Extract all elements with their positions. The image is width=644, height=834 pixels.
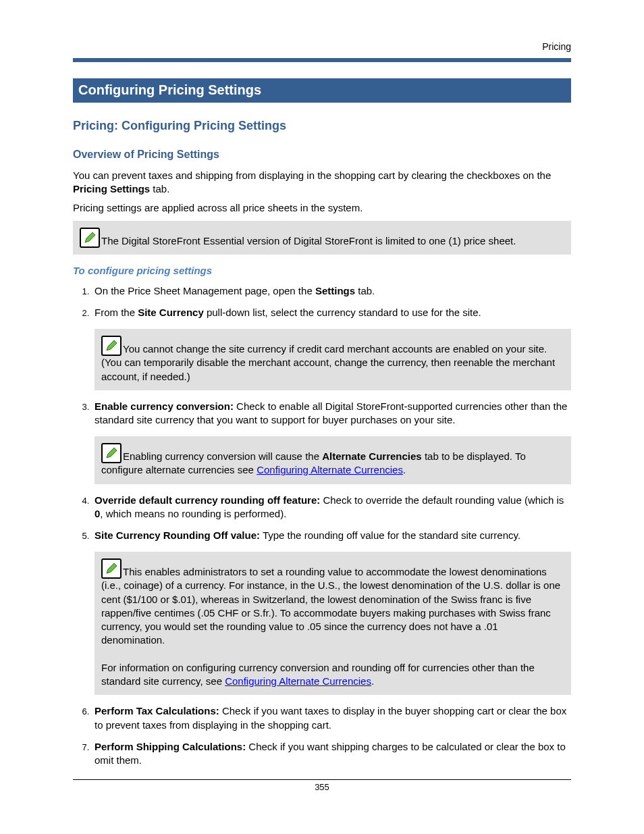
note-text: You cannot change the site currency if c…	[101, 343, 555, 382]
bold-rounding-off-value: Site Currency Rounding Off value:	[95, 529, 260, 541]
bold-alternate-currencies: Alternate Currencies	[322, 450, 422, 462]
step-7: Perform Shipping Calculations: Check if …	[92, 740, 571, 768]
text: You can prevent taxes and shipping from …	[73, 170, 551, 181]
note-text: The Digital StoreFront Essential version…	[101, 234, 516, 246]
bold-override-rounding: Override default currency rounding off f…	[95, 494, 320, 506]
subheading-pricing: Pricing: Configuring Pricing Settings	[73, 118, 571, 134]
header-rule	[73, 58, 571, 62]
note-text: Enabling currency conversion will cause …	[123, 450, 322, 462]
pencil-icon	[101, 336, 122, 356]
text: tab.	[150, 183, 169, 194]
bold-enable-currency-conversion: Enable currency conversion:	[95, 400, 234, 412]
step-4: Override default currency rounding off f…	[92, 494, 571, 521]
note-text: This enables administrators to set a rou…	[101, 566, 560, 646]
header-right: Pricing	[542, 41, 571, 53]
note-rounding-value: This enables administrators to set a rou…	[95, 552, 571, 695]
heading-to-configure: To configure pricing settings	[73, 264, 571, 278]
step-5: Site Currency Rounding Off value: Type t…	[92, 529, 571, 695]
text: , which means no rounding is performed).	[100, 508, 286, 519]
text: From the	[95, 307, 138, 318]
pencil-icon	[101, 558, 122, 579]
text: tab.	[355, 285, 375, 296]
note-text: .	[403, 464, 406, 475]
heading-overview: Overview of Pricing Settings	[73, 147, 571, 162]
bold-site-currency: Site Currency	[138, 307, 204, 318]
note-alternate-currencies: Enabling currency conversion will cause …	[95, 436, 571, 484]
bold-pricing-settings: Pricing Settings	[73, 183, 150, 194]
step-2: From the Site Currency pull-down list, s…	[92, 306, 571, 390]
steps-list: On the Price Sheet Management page, open…	[73, 284, 571, 768]
overview-paragraph-2: Pricing settings are applied across all …	[73, 201, 571, 215]
bold-shipping-calculations: Perform Shipping Calculations:	[95, 741, 246, 752]
text: Type the rounding off value for the stan…	[260, 529, 520, 541]
note-site-currency: You cannot change the site currency if c…	[95, 329, 571, 390]
overview-paragraph-1: You can prevent taxes and shipping from …	[73, 169, 571, 197]
link-configuring-alternate-currencies[interactable]: Configuring Alternate Currencies	[225, 675, 371, 687]
footer: 355	[73, 779, 571, 793]
text: On the Price Sheet Management page, open…	[95, 285, 315, 296]
text: Check to override the default rounding v…	[320, 494, 564, 506]
text: pull-down list, select the currency stan…	[204, 307, 481, 318]
link-configuring-alternate-currencies[interactable]: Configuring Alternate Currencies	[257, 464, 403, 475]
pencil-icon	[101, 443, 122, 463]
page-number: 355	[315, 782, 329, 792]
pencil-icon	[80, 228, 100, 248]
heading-configuring-pricing-settings: Configuring Pricing Settings	[73, 78, 571, 103]
step-3: Enable currency conversion: Check to ena…	[92, 400, 571, 484]
bold-tax-calculations: Perform Tax Calculations:	[95, 705, 219, 716]
step-6: Perform Tax Calculations: Check if you w…	[92, 704, 571, 732]
step-1: On the Price Sheet Management page, open…	[92, 284, 571, 298]
bold-settings: Settings	[315, 285, 355, 296]
note-text: .	[371, 675, 374, 687]
note-essential-version: The Digital StoreFront Essential version…	[73, 221, 571, 255]
